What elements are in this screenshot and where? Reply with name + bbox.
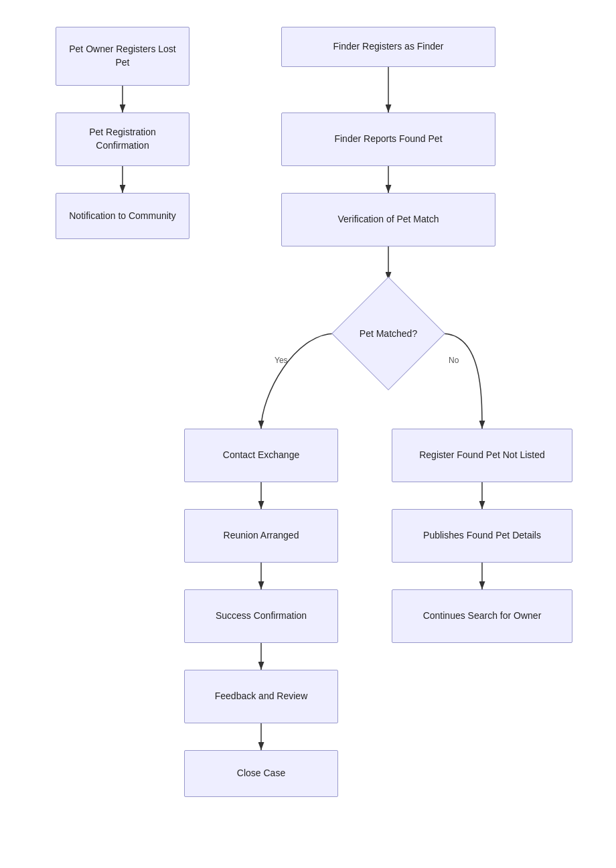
box-finder-registers: Finder Registers as Finder xyxy=(281,27,495,67)
box-pet-registration-confirmation: Pet Registration Confirmation xyxy=(56,113,189,166)
box-register-found-pet: Register Found Pet Not Listed xyxy=(392,429,572,482)
no-label: No xyxy=(449,356,459,365)
box-publishes-found-pet: Publishes Found Pet Details xyxy=(392,509,572,563)
box-finder-reports: Finder Reports Found Pet xyxy=(281,113,495,166)
box-reunion-arranged: Reunion Arranged xyxy=(184,509,338,563)
diamond-pet-matched: Pet Matched? xyxy=(335,280,442,387)
box-close-case: Close Case xyxy=(184,750,338,797)
box-verification-of-pet-match: Verification of Pet Match xyxy=(281,193,495,246)
box-feedback-and-review: Feedback and Review xyxy=(184,670,338,723)
diagram-container: Yes No Pet Owner Registers Lost Pet Find… xyxy=(0,0,616,868)
box-notification-to-community: Notification to Community xyxy=(56,193,189,239)
yes-label: Yes xyxy=(275,356,288,365)
box-pet-owner-registers: Pet Owner Registers Lost Pet xyxy=(56,27,189,86)
box-continues-search: Continues Search for Owner xyxy=(392,589,572,643)
box-contact-exchange: Contact Exchange xyxy=(184,429,338,482)
box-success-confirmation: Success Confirmation xyxy=(184,589,338,643)
flowchart: Yes No Pet Owner Registers Lost Pet Find… xyxy=(13,13,603,855)
